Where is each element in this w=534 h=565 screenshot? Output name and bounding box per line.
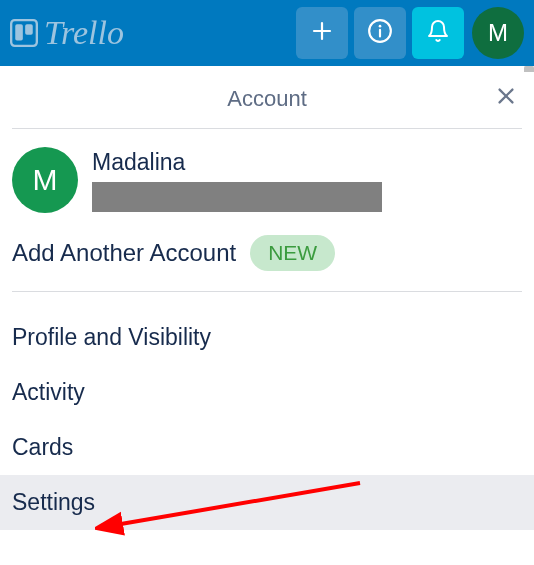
plus-icon — [310, 19, 334, 47]
menu-item-profile[interactable]: Profile and Visibility — [12, 310, 522, 365]
header-actions: M — [296, 7, 524, 59]
panel-header: Account — [12, 72, 522, 129]
info-icon — [367, 18, 393, 48]
current-user-row: M Madalina — [12, 129, 522, 221]
svg-rect-1 — [15, 24, 23, 40]
account-panel: Account M Madalina Add Another Account — [0, 72, 534, 565]
svg-point-7 — [379, 25, 382, 28]
add-account-row[interactable]: Add Another Account NEW — [12, 221, 522, 292]
user-name: Madalina — [92, 149, 522, 176]
menu-item-cards[interactable]: Cards — [12, 420, 522, 475]
menu-item-settings[interactable]: Settings — [0, 475, 534, 530]
create-button[interactable] — [296, 7, 348, 59]
panel-title: Account — [227, 86, 307, 111]
user-info: Madalina — [92, 147, 522, 212]
close-button[interactable] — [490, 82, 522, 114]
logo-text: Trello — [44, 14, 124, 52]
user-avatar: M — [12, 147, 78, 213]
close-icon — [495, 83, 517, 114]
new-badge: NEW — [250, 235, 335, 271]
menu-list: Profile and Visibility Activity Cards Se… — [12, 292, 522, 530]
trello-board-icon — [10, 19, 38, 47]
app-header: Trello — [0, 0, 534, 66]
user-avatar-button[interactable]: M — [472, 7, 524, 59]
info-button[interactable] — [354, 7, 406, 59]
avatar-initial: M — [488, 19, 508, 47]
user-email-redacted — [92, 182, 382, 212]
svg-rect-0 — [11, 20, 37, 46]
bell-icon — [426, 19, 450, 47]
menu-item-activity[interactable]: Activity — [12, 365, 522, 420]
notifications-button[interactable] — [412, 7, 464, 59]
avatar-initial-large: M — [33, 163, 58, 197]
add-account-label: Add Another Account — [12, 239, 236, 267]
svg-rect-2 — [25, 24, 33, 35]
trello-logo[interactable]: Trello — [10, 14, 124, 52]
